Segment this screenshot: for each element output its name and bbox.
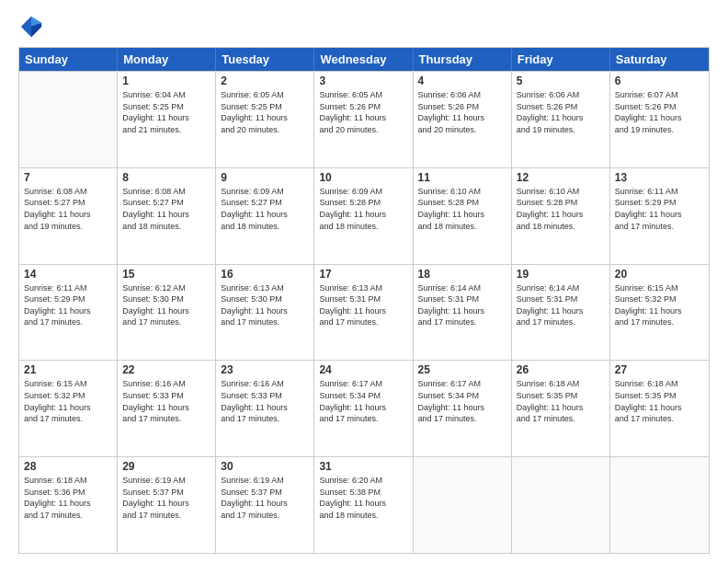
day-number: 13 [615,171,704,184]
day-info: Sunrise: 6:07 AMSunset: 5:26 PMDaylight:… [615,89,704,135]
calendar-cell: 17Sunrise: 6:13 AMSunset: 5:31 PMDayligh… [314,265,413,361]
calendar-week: 28Sunrise: 6:18 AMSunset: 5:36 PMDayligh… [19,456,709,553]
calendar-cell: 10Sunrise: 6:09 AMSunset: 5:28 PMDayligh… [314,168,413,264]
calendar-cell: 18Sunrise: 6:14 AMSunset: 5:31 PMDayligh… [414,265,512,361]
day-number: 17 [319,268,407,281]
day-number: 9 [221,171,309,184]
calendar-cell: 11Sunrise: 6:10 AMSunset: 5:28 PMDayligh… [414,168,512,264]
calendar: SundayMondayTuesdayWednesdayThursdayFrid… [18,47,710,554]
calendar-cell: 20Sunrise: 6:15 AMSunset: 5:32 PMDayligh… [610,265,709,361]
cal-header-day: Saturday [610,48,709,71]
day-info: Sunrise: 6:16 AMSunset: 5:33 PMDaylight:… [122,378,210,424]
day-number: 12 [517,171,605,184]
day-info: Sunrise: 6:14 AMSunset: 5:31 PMDaylight:… [418,282,506,328]
day-info: Sunrise: 6:17 AMSunset: 5:34 PMDaylight:… [418,378,506,424]
calendar-cell [512,457,610,553]
day-info: Sunrise: 6:13 AMSunset: 5:30 PMDaylight:… [221,282,309,328]
day-info: Sunrise: 6:16 AMSunset: 5:33 PMDaylight:… [221,378,309,424]
day-info: Sunrise: 6:08 AMSunset: 5:27 PMDaylight:… [122,186,210,232]
calendar-cell: 4Sunrise: 6:06 AMSunset: 5:26 PMDaylight… [414,72,512,167]
day-number: 27 [615,363,704,376]
day-info: Sunrise: 6:17 AMSunset: 5:34 PMDaylight:… [319,378,407,424]
calendar-cell: 21Sunrise: 6:15 AMSunset: 5:32 PMDayligh… [19,361,118,456]
day-info: Sunrise: 6:09 AMSunset: 5:27 PMDaylight:… [221,186,309,232]
day-number: 5 [517,75,605,87]
calendar-week: 21Sunrise: 6:15 AMSunset: 5:32 PMDayligh… [19,360,709,456]
calendar-cell [414,457,512,553]
cal-header-day: Friday [512,48,610,71]
day-number: 16 [221,268,309,281]
day-number: 7 [24,171,112,184]
day-number: 4 [418,75,506,87]
calendar-cell: 16Sunrise: 6:13 AMSunset: 5:30 PMDayligh… [216,265,314,361]
calendar-cell: 30Sunrise: 6:19 AMSunset: 5:37 PMDayligh… [216,457,314,553]
cal-header-day: Thursday [414,48,512,71]
day-number: 14 [24,268,112,281]
day-number: 15 [122,268,210,281]
day-info: Sunrise: 6:18 AMSunset: 5:36 PMDaylight:… [24,475,112,521]
calendar-cell: 6Sunrise: 6:07 AMSunset: 5:26 PMDaylight… [610,72,709,167]
day-info: Sunrise: 6:09 AMSunset: 5:28 PMDaylight:… [319,186,407,232]
day-number: 24 [319,363,407,376]
calendar-cell: 12Sunrise: 6:10 AMSunset: 5:28 PMDayligh… [512,168,610,264]
calendar-cell: 23Sunrise: 6:16 AMSunset: 5:33 PMDayligh… [216,361,314,456]
day-number: 3 [319,75,407,87]
day-info: Sunrise: 6:10 AMSunset: 5:28 PMDaylight:… [418,186,506,232]
calendar-cell: 25Sunrise: 6:17 AMSunset: 5:34 PMDayligh… [414,361,512,456]
calendar-cell: 2Sunrise: 6:05 AMSunset: 5:25 PMDaylight… [216,72,314,167]
day-info: Sunrise: 6:20 AMSunset: 5:38 PMDaylight:… [319,475,407,521]
day-info: Sunrise: 6:06 AMSunset: 5:26 PMDaylight:… [418,89,506,135]
day-number: 2 [221,75,309,87]
cal-header-day: Monday [118,48,216,71]
calendar-cell: 15Sunrise: 6:12 AMSunset: 5:30 PMDayligh… [118,265,216,361]
day-info: Sunrise: 6:08 AMSunset: 5:27 PMDaylight:… [24,186,112,232]
day-info: Sunrise: 6:11 AMSunset: 5:29 PMDaylight:… [615,186,704,232]
day-info: Sunrise: 6:06 AMSunset: 5:26 PMDaylight:… [517,89,605,135]
day-info: Sunrise: 6:05 AMSunset: 5:25 PMDaylight:… [221,89,309,135]
calendar-cell: 27Sunrise: 6:18 AMSunset: 5:35 PMDayligh… [610,361,709,456]
day-info: Sunrise: 6:11 AMSunset: 5:29 PMDaylight:… [24,282,112,328]
day-number: 22 [122,363,210,376]
day-number: 29 [122,460,210,473]
day-number: 23 [221,363,309,376]
day-info: Sunrise: 6:19 AMSunset: 5:37 PMDaylight:… [221,475,309,521]
day-number: 21 [24,363,112,376]
day-info: Sunrise: 6:15 AMSunset: 5:32 PMDaylight:… [24,378,112,424]
day-info: Sunrise: 6:19 AMSunset: 5:37 PMDaylight:… [122,475,210,521]
calendar-cell: 7Sunrise: 6:08 AMSunset: 5:27 PMDaylight… [19,168,118,264]
cal-header-day: Wednesday [314,48,413,71]
logo [18,14,48,40]
day-number: 20 [615,268,704,281]
calendar-cell [610,457,709,553]
calendar-body: 1Sunrise: 6:04 AMSunset: 5:25 PMDaylight… [19,71,709,553]
calendar-cell: 13Sunrise: 6:11 AMSunset: 5:29 PMDayligh… [610,168,709,264]
cal-header-day: Tuesday [216,48,314,71]
calendar-cell: 3Sunrise: 6:05 AMSunset: 5:26 PMDaylight… [314,72,413,167]
day-info: Sunrise: 6:18 AMSunset: 5:35 PMDaylight:… [615,378,704,424]
calendar-cell: 22Sunrise: 6:16 AMSunset: 5:33 PMDayligh… [118,361,216,456]
day-info: Sunrise: 6:10 AMSunset: 5:28 PMDaylight:… [517,186,605,232]
day-number: 18 [418,268,506,281]
calendar-cell: 28Sunrise: 6:18 AMSunset: 5:36 PMDayligh… [19,457,118,553]
calendar-cell: 24Sunrise: 6:17 AMSunset: 5:34 PMDayligh… [314,361,413,456]
day-info: Sunrise: 6:04 AMSunset: 5:25 PMDaylight:… [122,89,210,135]
day-number: 28 [24,460,112,473]
day-number: 1 [122,75,210,87]
day-number: 11 [418,171,506,184]
day-number: 6 [615,75,704,87]
calendar-header: SundayMondayTuesdayWednesdayThursdayFrid… [19,48,709,71]
calendar-week: 1Sunrise: 6:04 AMSunset: 5:25 PMDaylight… [19,71,709,167]
day-info: Sunrise: 6:13 AMSunset: 5:31 PMDaylight:… [319,282,407,328]
calendar-cell: 1Sunrise: 6:04 AMSunset: 5:25 PMDaylight… [118,72,216,167]
day-number: 30 [221,460,309,473]
day-info: Sunrise: 6:18 AMSunset: 5:35 PMDaylight:… [517,378,605,424]
header [18,14,710,40]
day-number: 10 [319,171,407,184]
calendar-cell: 9Sunrise: 6:09 AMSunset: 5:27 PMDaylight… [216,168,314,264]
calendar-cell: 8Sunrise: 6:08 AMSunset: 5:27 PMDaylight… [118,168,216,264]
calendar-week: 7Sunrise: 6:08 AMSunset: 5:27 PMDaylight… [19,167,709,264]
calendar-cell: 31Sunrise: 6:20 AMSunset: 5:38 PMDayligh… [314,457,413,553]
calendar-cell [19,72,118,167]
page: SundayMondayTuesdayWednesdayThursdayFrid… [0,0,728,563]
calendar-cell: 5Sunrise: 6:06 AMSunset: 5:26 PMDaylight… [512,72,610,167]
